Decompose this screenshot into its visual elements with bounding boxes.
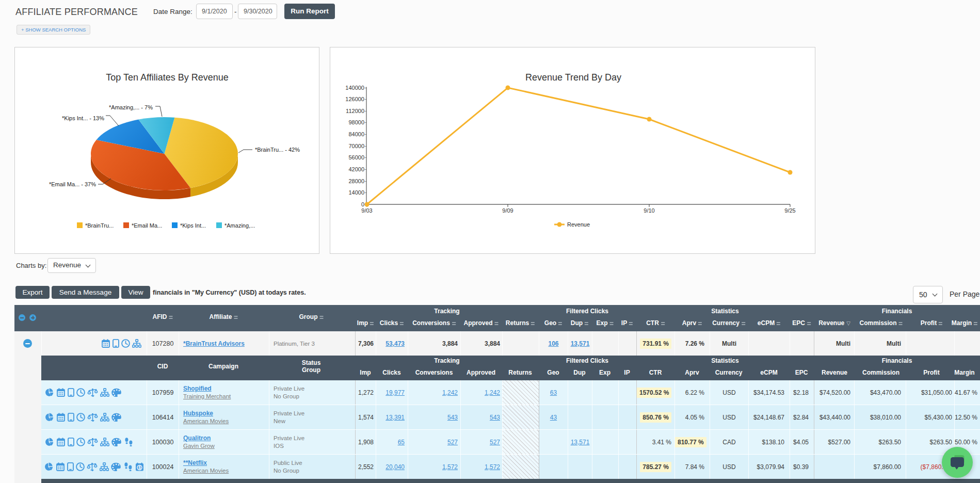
svg-text:140000: 140000	[345, 85, 364, 91]
svg-text:28000: 28000	[348, 178, 364, 184]
svg-text:Revenue Trend By Day: Revenue Trend By Day	[525, 72, 621, 83]
svg-text:98000: 98000	[348, 119, 364, 125]
svg-text:9/09: 9/09	[502, 207, 513, 214]
svg-text:*Email Ma... - 37%: *Email Ma... - 37%	[49, 181, 96, 187]
svg-text:*Amazing,...: *Amazing,...	[224, 222, 255, 229]
svg-text:42000: 42000	[348, 166, 364, 172]
svg-text:Top Ten Affiliates By Revenue: Top Ten Affiliates By Revenue	[106, 72, 229, 83]
svg-text:*Kips Int...: *Kips Int...	[180, 222, 206, 229]
svg-text:$: $	[138, 465, 141, 470]
svg-text:126000: 126000	[345, 96, 364, 102]
svg-text:84000: 84000	[348, 131, 364, 137]
svg-text:*Email Ma...: *Email Ma...	[132, 222, 162, 229]
svg-text:14000: 14000	[348, 189, 364, 196]
svg-text:*BrainTru...: *BrainTru...	[85, 222, 114, 229]
svg-text:70000: 70000	[348, 143, 364, 149]
svg-text:112000: 112000	[346, 108, 364, 114]
svg-text:*Kips Int... - 13%: *Kips Int... - 13%	[62, 115, 104, 121]
svg-text:0: 0	[361, 201, 364, 207]
svg-text:56000: 56000	[348, 154, 364, 160]
svg-text:9/03: 9/03	[361, 207, 372, 214]
svg-text:9/10: 9/10	[644, 207, 654, 214]
svg-text:*Amazing,... - 7%: *Amazing,... - 7%	[109, 104, 153, 110]
svg-text:Revenue: Revenue	[567, 221, 590, 228]
svg-text:9/25: 9/25	[784, 207, 795, 214]
svg-text:*BrainTru... - 42%: *BrainTru... - 42%	[255, 147, 300, 153]
